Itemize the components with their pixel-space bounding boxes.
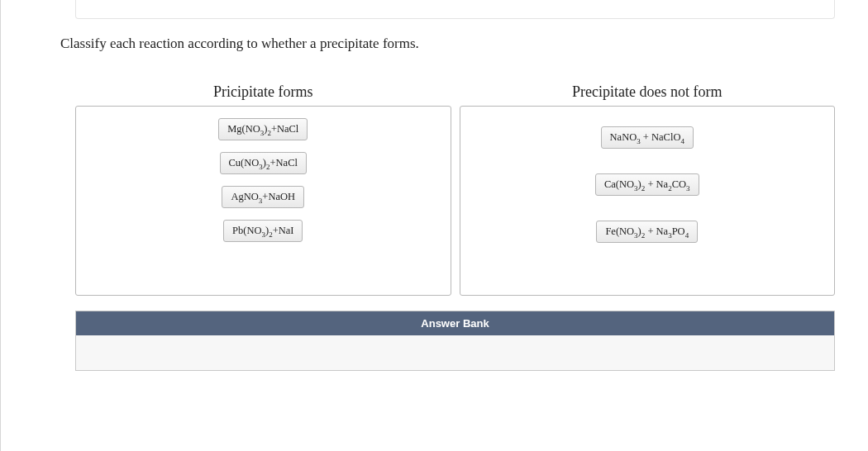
answer-bank-title: Answer Bank bbox=[76, 311, 834, 335]
bin-left-dropzone[interactable]: Mg(NO3)2+NaCl Cu(NO3)2+NaCl AgNO3+NaOH P… bbox=[75, 106, 451, 296]
reaction-chip[interactable]: NaNO3 + NaClO4 bbox=[601, 126, 694, 149]
reaction-chip[interactable]: Mg(NO3)2+NaCl bbox=[218, 118, 308, 140]
reaction-chip[interactable]: Fe(NO3)2 + Na3PO4 bbox=[596, 221, 698, 243]
reaction-chip[interactable]: Cu(NO3)2+NaCl bbox=[220, 152, 307, 174]
page-root: Classify each reaction according to whet… bbox=[0, 0, 868, 451]
answer-bank-dropzone[interactable] bbox=[76, 335, 834, 370]
answer-bank: Answer Bank bbox=[75, 311, 835, 371]
reaction-chip[interactable]: Pb(NO3)2+NaI bbox=[223, 220, 303, 242]
bin-left-title: Pricipitate forms bbox=[75, 83, 451, 101]
content-inner: Classify each reaction according to whet… bbox=[1, 0, 868, 371]
bin-right-dropzone[interactable]: NaNO3 + NaClO4 Ca(NO3)2 + Na2CO3 Fe(NO3)… bbox=[460, 106, 836, 296]
reaction-chip[interactable]: Ca(NO3)2 + Na2CO3 bbox=[595, 173, 699, 196]
bin-right-title: Precipitate does not form bbox=[460, 83, 836, 101]
reaction-chip[interactable]: AgNO3+NaOH bbox=[222, 186, 304, 208]
bin-right-column: Precipitate does not form NaNO3 + NaClO4… bbox=[460, 83, 836, 296]
bin-left-column: Pricipitate forms Mg(NO3)2+NaCl Cu(NO3)2… bbox=[75, 83, 451, 296]
bins-row: Pricipitate forms Mg(NO3)2+NaCl Cu(NO3)2… bbox=[75, 83, 835, 296]
instruction-text: Classify each reaction according to whet… bbox=[60, 36, 860, 52]
previous-card-edge bbox=[75, 0, 835, 19]
